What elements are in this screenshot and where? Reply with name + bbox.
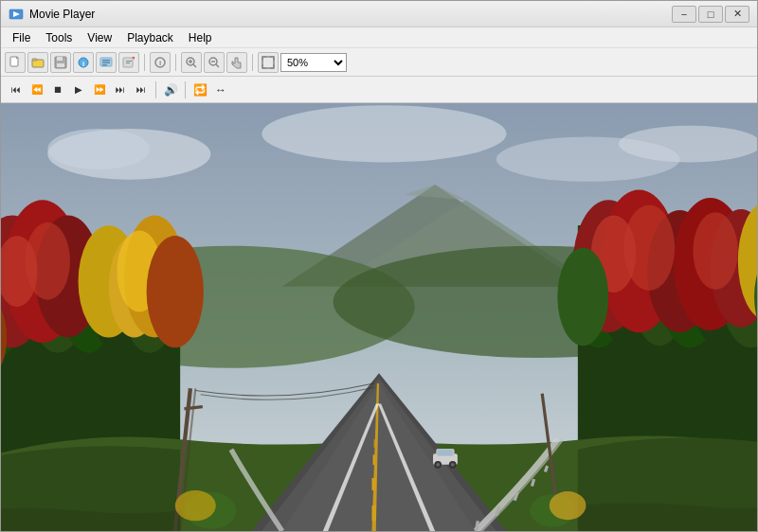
svg-line-26 — [216, 64, 219, 67]
shuffle-button[interactable]: ↔ — [211, 80, 230, 99]
menu-help[interactable]: Help — [181, 29, 220, 46]
svg-point-34 — [619, 126, 757, 163]
audio-button[interactable]: 🔊 — [161, 80, 180, 99]
svg-text:i: i — [159, 59, 161, 67]
minimize-button[interactable]: − — [672, 6, 696, 23]
svg-rect-28 — [262, 57, 274, 68]
svg-point-102 — [436, 463, 440, 467]
toolbar-zoom-out[interactable] — [204, 52, 225, 73]
skip-to-end-button[interactable]: ⏭ — [111, 80, 130, 99]
svg-point-107 — [550, 491, 587, 520]
menu-tools[interactable]: Tools — [38, 29, 80, 46]
toolbar-btn5[interactable] — [96, 52, 117, 73]
svg-marker-84 — [371, 505, 375, 521]
svg-rect-13 — [102, 62, 110, 63]
menu-view[interactable]: View — [80, 29, 119, 46]
svg-marker-85 — [371, 478, 375, 490]
toolbar-info[interactable]: i — [150, 52, 171, 73]
controls-bar: ⏮ ⏪ ⏹ ▶ ⏩ ⏭ ⏭ 🔊 🔁 ↔ — [1, 77, 757, 103]
stop-button[interactable]: ⏹ — [48, 80, 67, 99]
svg-point-73 — [693, 212, 737, 290]
next-frame-button[interactable]: ⏩ — [90, 80, 109, 99]
svg-rect-12 — [102, 60, 110, 62]
svg-point-31 — [47, 129, 150, 169]
svg-point-103 — [451, 463, 455, 467]
svg-point-32 — [262, 105, 506, 162]
sep-ctrl2 — [185, 81, 186, 98]
window-title: Movie Player — [29, 8, 672, 21]
svg-point-76 — [557, 248, 608, 346]
sep2 — [175, 54, 176, 71]
svg-rect-17 — [126, 62, 130, 63]
svg-line-88 — [476, 521, 478, 531]
menu-file[interactable]: File — [5, 29, 38, 46]
menu-bar: File Tools View Playback Help — [1, 27, 757, 48]
sep3 — [252, 54, 253, 71]
toolbar-btn4[interactable]: i — [73, 52, 94, 73]
svg-line-92 — [545, 466, 547, 471]
svg-rect-5 — [32, 59, 37, 61]
prev-frame-button[interactable]: ⏪ — [27, 80, 46, 99]
app-icon — [9, 7, 24, 22]
svg-line-95 — [184, 407, 202, 409]
video-area — [1, 103, 757, 531]
sep1 — [144, 54, 145, 71]
toolbar-fullscreen[interactable] — [258, 52, 279, 73]
svg-line-91 — [532, 479, 533, 487]
svg-point-72 — [623, 205, 675, 291]
svg-point-57 — [147, 236, 204, 347]
svg-line-22 — [193, 64, 196, 67]
toolbar-hand[interactable] — [226, 52, 247, 73]
zoom-select[interactable]: 25% 50% 75% 100% 150% 200% — [280, 53, 347, 72]
close-button[interactable]: ✕ — [725, 6, 749, 23]
toolbar-zoom-in[interactable] — [181, 52, 202, 73]
video-scene — [1, 103, 757, 531]
svg-marker-86 — [373, 454, 375, 465]
svg-point-105 — [175, 490, 216, 521]
toolbar: i i 25% 50% 75% 100% 150% — [1, 48, 757, 77]
skip-end2-button[interactable]: ⏭ — [132, 80, 151, 99]
svg-marker-87 — [374, 439, 375, 448]
window-controls: − □ ✕ — [672, 6, 749, 23]
app-window: Movie Player − □ ✕ File Tools View Playb… — [0, 0, 758, 532]
svg-rect-99 — [438, 450, 452, 455]
repeat-button[interactable]: 🔁 — [190, 80, 209, 99]
svg-rect-16 — [126, 61, 132, 62]
play-button[interactable]: ▶ — [69, 80, 88, 99]
toolbar-btn6[interactable] — [118, 52, 139, 73]
toolbar-save[interactable] — [50, 52, 71, 73]
skip-to-start-button[interactable]: ⏮ — [7, 80, 26, 99]
svg-rect-14 — [102, 64, 107, 66]
toolbar-new[interactable] — [5, 52, 26, 73]
svg-point-51 — [26, 222, 70, 300]
maximize-button[interactable]: □ — [698, 6, 723, 23]
toolbar-open[interactable] — [27, 52, 48, 73]
svg-rect-7 — [57, 57, 63, 61]
title-bar: Movie Player − □ ✕ — [1, 1, 757, 27]
menu-playback[interactable]: Playback — [119, 29, 181, 46]
svg-rect-8 — [57, 63, 64, 67]
svg-text:i: i — [82, 60, 84, 68]
sep-ctrl — [155, 81, 156, 98]
